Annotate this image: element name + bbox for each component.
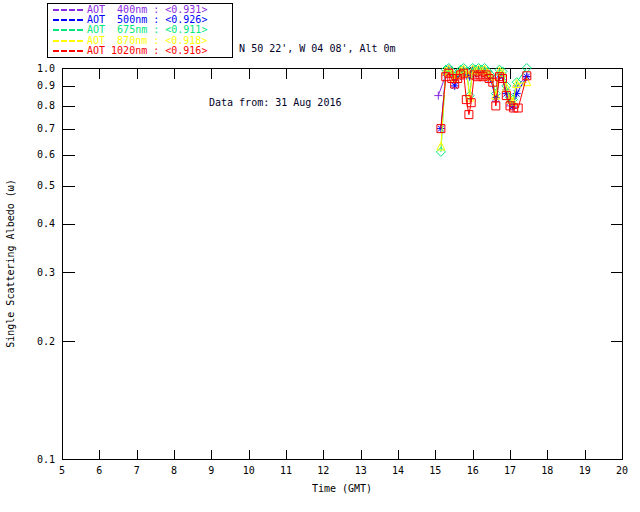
legend-item-label: AOT 1020nm : <0.916>	[87, 46, 207, 56]
svg-text:5: 5	[59, 465, 65, 476]
legend-dash-line	[53, 19, 83, 21]
svg-text:0.4: 0.4	[37, 218, 55, 229]
legend-dash-line	[53, 9, 83, 11]
legend-dash-line	[53, 50, 83, 52]
svg-text:0.6: 0.6	[37, 149, 55, 160]
svg-text:15: 15	[429, 465, 441, 476]
svg-text:8: 8	[171, 465, 177, 476]
svg-text:0.3: 0.3	[37, 267, 55, 278]
svg-text:0.8: 0.8	[37, 100, 55, 111]
svg-text:0.2: 0.2	[37, 336, 55, 347]
plot-header: PML, N 50 22', W 04 08', Alt 0m Data fro…	[209, 4, 396, 148]
y-axis-title: Single Scattering Albedo (ω)	[5, 179, 16, 348]
plot-window: PML, N 50 22', W 04 08', Alt 0m Data fro…	[0, 0, 640, 512]
legend-item-label: AOT 675nm : <0.911>	[87, 25, 207, 35]
svg-text:0.7: 0.7	[37, 123, 55, 134]
legend-dash-line	[53, 40, 83, 42]
data-date-text: Data from: 31 Aug 2016	[209, 94, 396, 112]
legend-item-aot675nm: AOT 675nm : <0.911>	[52, 25, 230, 35]
svg-text:13: 13	[355, 465, 367, 476]
svg-text:10: 10	[243, 465, 255, 476]
legend-dash-line	[53, 29, 83, 31]
svg-text:0.5: 0.5	[37, 180, 55, 191]
svg-text:7: 7	[134, 465, 140, 476]
svg-text:11: 11	[280, 465, 292, 476]
svg-text:6: 6	[96, 465, 102, 476]
site-location-text: PML, N 50 22', W 04 08', Alt 0m	[209, 40, 396, 58]
svg-text:9: 9	[208, 465, 214, 476]
svg-text:16: 16	[467, 465, 479, 476]
legend-box: AOT 400nm : <0.931>AOT 500nm : <0.926>AO…	[47, 3, 233, 58]
svg-text:12: 12	[317, 465, 329, 476]
svg-text:0.1: 0.1	[37, 454, 55, 465]
svg-text:0.9: 0.9	[37, 80, 55, 91]
svg-text:19: 19	[579, 465, 591, 476]
svg-text:14: 14	[392, 465, 404, 476]
svg-text:17: 17	[504, 465, 516, 476]
svg-text:20: 20	[616, 465, 628, 476]
x-axis-title: Time (GMT)	[312, 483, 372, 494]
svg-text:1.0: 1.0	[37, 63, 55, 74]
svg-text:18: 18	[541, 465, 553, 476]
legend-item-aot1020nm: AOT 1020nm : <0.916>	[52, 46, 230, 56]
